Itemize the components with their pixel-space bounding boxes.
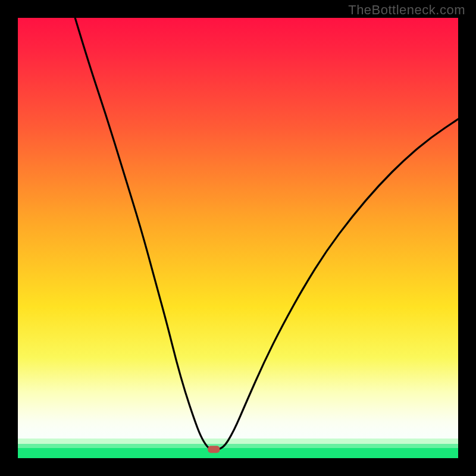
bottleneck-curve	[75, 18, 458, 449]
plot-area	[18, 18, 458, 458]
curve-svg	[18, 18, 458, 458]
minimum-marker	[208, 446, 220, 453]
watermark-text: TheBottleneck.com	[348, 2, 465, 18]
chart-frame: TheBottleneck.com	[0, 0, 476, 476]
